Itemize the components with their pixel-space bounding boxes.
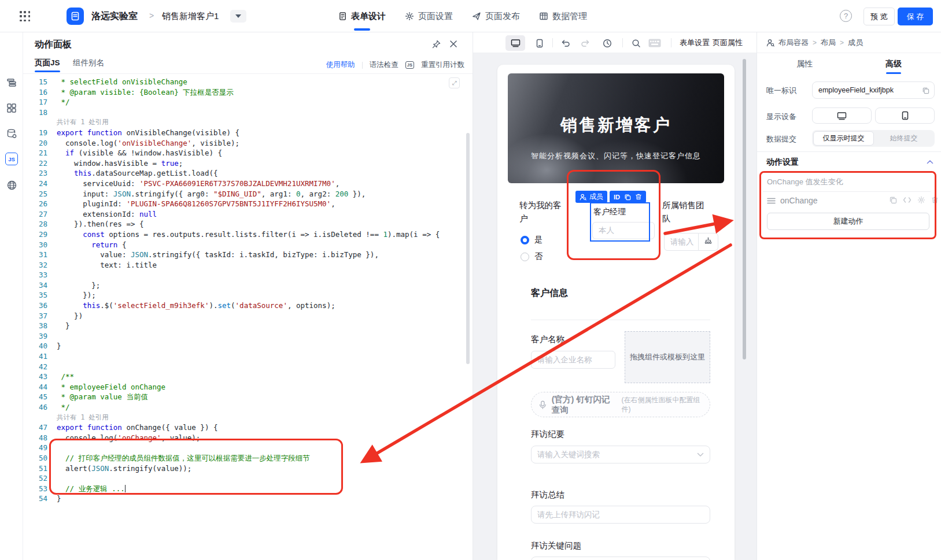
gear-icon[interactable] <box>917 196 925 204</box>
shortcuts-button[interactable] <box>645 35 664 51</box>
editor-expand-icon[interactable]: ⤢ <box>449 77 460 88</box>
breadcrumb-item[interactable]: 成员 <box>848 38 863 48</box>
customer-name-input[interactable] <box>531 351 615 369</box>
submit-only-visible-option[interactable]: 仅显示时提交 <box>813 131 874 146</box>
code-line[interactable]: 29 const options = res.outputs.result.li… <box>23 229 473 240</box>
code-editor[interactable]: 15 * selectField onVisibleChange16 * @pa… <box>23 74 473 560</box>
chevron-up-icon[interactable] <box>927 160 933 164</box>
code-line[interactable]: 44 * employeeField onChange <box>23 382 473 392</box>
visit-note-select[interactable]: 请输入关键词搜索 <box>531 446 710 463</box>
components-icon[interactable] <box>5 102 18 114</box>
save-button[interactable]: 保 存 <box>898 8 933 25</box>
code-line[interactable]: 52 <box>23 473 473 484</box>
code-line[interactable]: 43 /** <box>23 372 473 382</box>
manager-field-input[interactable]: 本人 <box>592 222 655 239</box>
desktop-view-button[interactable] <box>505 35 525 51</box>
code-line[interactable]: 35 }); <box>23 290 473 301</box>
history-button[interactable] <box>599 35 615 51</box>
code-line[interactable]: 40} <box>23 341 473 351</box>
code-line[interactable]: 54} <box>23 494 473 504</box>
data-source-icon[interactable] <box>5 127 18 140</box>
submit-always-option[interactable]: 始终提交 <box>874 131 933 146</box>
code-line[interactable]: 41 <box>23 351 473 362</box>
code-lens-row[interactable]: 共计有 1 处引用 <box>23 117 473 128</box>
code-line[interactable]: 46 */ <box>23 402 473 413</box>
code-line[interactable]: 49 <box>23 443 473 453</box>
pin-icon[interactable] <box>432 40 441 49</box>
code-line[interactable]: 24 serviceUuid: 'PSVC-PXA66091ER6T737S70… <box>23 179 473 189</box>
device-mobile-button[interactable] <box>875 107 935 124</box>
code-line[interactable]: 21 if (visible && !window.hasVisible) { <box>23 148 473 158</box>
form-settings-link[interactable]: 表单设置 <box>680 38 710 48</box>
copy-icon[interactable] <box>889 196 897 204</box>
visit-questions-input[interactable] <box>531 557 710 560</box>
code-icon[interactable] <box>903 196 912 203</box>
code-line[interactable]: 28 }).then(res => { <box>23 219 473 229</box>
code-line[interactable]: 17 */ <box>23 97 473 107</box>
workspace-logo[interactable] <box>67 8 84 25</box>
radio-yes[interactable]: 是 <box>521 235 543 245</box>
search-button[interactable] <box>628 35 644 51</box>
breadcrumb-item[interactable]: 布局容器 <box>778 38 809 48</box>
member-component-tag[interactable]: 成员 <box>575 191 607 203</box>
component-id-button[interactable]: ID <box>614 194 620 201</box>
code-line[interactable]: 53 // 业务逻辑 ... <box>23 484 473 494</box>
copy-icon[interactable] <box>624 194 631 201</box>
component-dropzone[interactable]: 拖拽组件或模板到这里 <box>625 331 710 383</box>
code-line[interactable]: 18 <box>23 107 473 118</box>
page-title[interactable]: 销售新增客户1 <box>162 11 219 22</box>
code-line[interactable]: 34 }; <box>23 280 473 291</box>
tab-data-manage[interactable]: 数据管理 <box>539 0 587 32</box>
device-desktop-button[interactable] <box>812 107 872 124</box>
tab-page-publish[interactable]: 页面发布 <box>472 0 520 32</box>
code-line[interactable]: 39 <box>23 331 473 342</box>
copy-icon[interactable] <box>922 87 929 94</box>
editor-scrollbar[interactable] <box>466 133 470 364</box>
globe-icon[interactable] <box>5 179 18 191</box>
code-line[interactable]: 23 this.dataSourceMap.getList.load({ <box>23 168 473 179</box>
trash-icon[interactable] <box>931 196 939 204</box>
canvas-scrollbar[interactable] <box>743 59 746 359</box>
code-line[interactable]: 22 window.hasVisible = true; <box>23 158 473 169</box>
reset-ref-count-link[interactable]: 重置引用计数 <box>421 60 464 70</box>
code-line[interactable]: 50 // 打印客户经理的成员组件数据值，这里可以根据需要进一步处理字段细节 <box>23 453 473 463</box>
redo-button[interactable] <box>577 35 593 51</box>
code-line[interactable]: 15 * selectField onVisibleChange <box>23 77 473 87</box>
flash-note-plugin-button[interactable]: (官方) 钉钉闪记查询 (在右侧属性面板中配置组件) <box>531 392 710 417</box>
form-header-image[interactable]: 销售新增客户 智能分析视频会议、闪记等，快速登记客户信息 <box>508 73 724 183</box>
code-lens-row[interactable]: 共计有 1 处引用 <box>23 413 473 423</box>
preview-button[interactable]: 预 览 <box>863 8 895 25</box>
code-line[interactable]: 27 extensionId: null <box>23 209 473 220</box>
code-line[interactable]: 45 * @param value 当前值 <box>23 392 473 402</box>
unique-id-input[interactable] <box>812 81 935 99</box>
onchange-action-row[interactable]: onChange <box>767 196 818 205</box>
tab-advanced[interactable]: 高级 <box>885 59 902 69</box>
tab-page-js[interactable]: 页面JS <box>35 58 60 68</box>
code-line[interactable]: 36 this.$('selectField_m9ih3efk').set('d… <box>23 301 473 311</box>
code-line[interactable]: 32 text: i.title <box>23 260 473 270</box>
code-line[interactable]: 48 console.log('onChange', value); <box>23 433 473 443</box>
code-line[interactable]: 31 value: JSON.stringify({ taskId: i.tas… <box>23 250 473 260</box>
mobile-view-button[interactable] <box>531 35 548 51</box>
help-link[interactable]: 使用帮助 <box>326 60 355 70</box>
org-picker-button[interactable] <box>699 233 718 251</box>
code-line[interactable]: 20 console.log('onVisibleChange', visibl… <box>23 138 473 149</box>
unique-id-field[interactable] <box>818 86 922 94</box>
team-field-input[interactable]: 请输入 <box>664 233 699 251</box>
help-icon[interactable]: ? <box>840 10 852 22</box>
tab-form-design[interactable]: 表单设计 <box>338 0 386 32</box>
tab-component-alias[interactable]: 组件别名 <box>73 58 104 68</box>
page-props-link[interactable]: 页面属性 <box>713 38 743 48</box>
code-line[interactable]: 30 return { <box>23 240 473 250</box>
page-switcher-dropdown[interactable] <box>230 10 246 23</box>
drag-handle-icon[interactable] <box>767 198 776 204</box>
code-line[interactable]: 51 alert(JSON.stringify(value)); <box>23 463 473 474</box>
workspace-name[interactable]: 洛远实验室 <box>91 10 138 23</box>
visit-summary-field[interactable] <box>537 510 704 519</box>
outline-tree-icon[interactable] <box>5 76 18 89</box>
customer-name-field[interactable] <box>537 355 609 364</box>
close-icon[interactable] <box>449 40 457 49</box>
tab-page-settings[interactable]: 页面设置 <box>405 0 453 32</box>
undo-button[interactable] <box>558 35 574 51</box>
code-line[interactable]: 16 * @param visible: {Boolean} 下拉框是否显示 <box>23 87 473 98</box>
